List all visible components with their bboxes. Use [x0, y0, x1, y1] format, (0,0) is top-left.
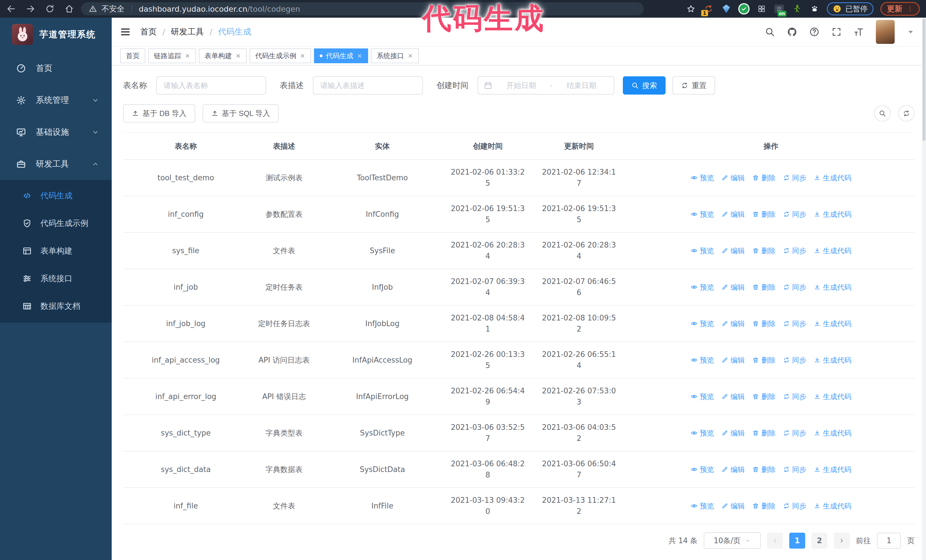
- prev-page-button[interactable]: [767, 533, 783, 549]
- edit-link[interactable]: 编辑: [722, 392, 745, 402]
- page-button-1[interactable]: 1: [789, 533, 805, 549]
- sync-link[interactable]: 同步: [783, 282, 806, 292]
- import-from-db-button[interactable]: 基于 DB 导入: [123, 104, 195, 122]
- tab-close-icon[interactable]: [235, 53, 241, 59]
- preview-link[interactable]: 预览: [691, 210, 714, 219]
- toggle-search-button[interactable]: [874, 105, 891, 122]
- edit-link[interactable]: 编辑: [722, 210, 745, 219]
- fullscreen-icon[interactable]: [831, 27, 842, 37]
- extension-icon-grid[interactable]: [756, 3, 767, 14]
- edit-link[interactable]: 编辑: [722, 282, 745, 292]
- address-bar[interactable]: 不安全 dashboard.yudao.iocoder.cn/tool/code…: [81, 2, 644, 15]
- page-button-2[interactable]: 2: [811, 533, 828, 549]
- scrollbar-thumb[interactable]: [923, 18, 925, 141]
- search-button[interactable]: 搜索: [623, 76, 666, 95]
- edit-link[interactable]: 编辑: [722, 501, 745, 511]
- delete-link[interactable]: 删除: [752, 282, 776, 292]
- extension-icon-walker[interactable]: [791, 3, 802, 14]
- table-desc-input[interactable]: [313, 76, 423, 95]
- sync-link[interactable]: 同步: [783, 392, 806, 402]
- extension-icon-orange[interactable]: 1: [703, 3, 714, 14]
- browser-menu-dots-icon[interactable]: [907, 6, 913, 12]
- delete-link[interactable]: 删除: [752, 173, 776, 183]
- sidebar-item-code-generation[interactable]: 代码生成: [0, 182, 112, 209]
- preview-link[interactable]: 预览: [691, 355, 714, 365]
- sidebar-item-system-management[interactable]: 系统管理: [0, 84, 112, 116]
- caret-down-icon[interactable]: [906, 28, 915, 36]
- preview-link[interactable]: 预览: [691, 246, 714, 255]
- breadcrumb-dev-tools[interactable]: 研发工具: [171, 26, 204, 38]
- generate-code-link[interactable]: 生成代码: [814, 465, 851, 474]
- preview-link[interactable]: 预览: [691, 429, 714, 438]
- sync-link[interactable]: 同步: [783, 210, 806, 219]
- goto-page-input[interactable]: [877, 533, 901, 549]
- generate-code-link[interactable]: 生成代码: [814, 282, 851, 292]
- preview-link[interactable]: 预览: [691, 173, 714, 183]
- delete-link[interactable]: 删除: [752, 319, 776, 328]
- browser-update-button[interactable]: 更新: [881, 2, 920, 16]
- end-date-placeholder[interactable]: 结束日期: [555, 81, 608, 91]
- generate-code-link[interactable]: 生成代码: [814, 355, 851, 365]
- sidebar-item-system-api[interactable]: 系统接口: [0, 265, 112, 292]
- generate-code-link[interactable]: 生成代码: [814, 429, 851, 438]
- tab-close-icon[interactable]: [407, 53, 413, 59]
- profile-paused-badge[interactable]: 已暂停: [827, 2, 873, 15]
- sync-link[interactable]: 同步: [783, 429, 806, 438]
- edit-link[interactable]: 编辑: [722, 246, 745, 255]
- sync-link[interactable]: 同步: [783, 246, 806, 255]
- generate-code-link[interactable]: 生成代码: [814, 246, 851, 255]
- preview-link[interactable]: 预览: [691, 282, 714, 292]
- tab-close-icon[interactable]: [300, 53, 306, 59]
- help-icon[interactable]: [809, 27, 819, 37]
- generate-code-link[interactable]: 生成代码: [814, 392, 851, 402]
- breadcrumb-home[interactable]: 首页: [140, 26, 157, 38]
- generate-code-link[interactable]: 生成代码: [814, 173, 851, 183]
- tab-system-api[interactable]: 系统接口: [371, 48, 419, 63]
- sidebar-item-code-generation-example[interactable]: 代码生成示例: [0, 209, 112, 237]
- tab-codegen-active[interactable]: 代码生成: [314, 48, 368, 63]
- github-icon[interactable]: [787, 27, 797, 37]
- edit-link[interactable]: 编辑: [722, 465, 745, 474]
- tab-close-icon[interactable]: [357, 53, 362, 59]
- tab-trace[interactable]: 链路追踪: [148, 48, 196, 63]
- sync-link[interactable]: 同步: [783, 173, 806, 183]
- refresh-table-button[interactable]: [898, 105, 915, 122]
- bookmark-star-icon[interactable]: [685, 3, 696, 14]
- preview-link[interactable]: 预览: [691, 465, 714, 474]
- sidebar-item-database-doc[interactable]: 数据库文档: [0, 292, 112, 320]
- generate-code-link[interactable]: 生成代码: [814, 210, 851, 219]
- delete-link[interactable]: 删除: [752, 246, 776, 255]
- delete-link[interactable]: 删除: [752, 392, 776, 402]
- extension-icon-gem[interactable]: [721, 3, 732, 14]
- sync-link[interactable]: 同步: [783, 501, 806, 511]
- edit-link[interactable]: 编辑: [722, 355, 745, 365]
- browser-forward-button[interactable]: [26, 4, 35, 14]
- edit-link[interactable]: 编辑: [722, 319, 745, 328]
- table-name-input[interactable]: [156, 76, 266, 95]
- generate-code-link[interactable]: 生成代码: [814, 501, 851, 511]
- tab-home[interactable]: 首页: [120, 48, 145, 63]
- delete-link[interactable]: 删除: [752, 465, 776, 474]
- delete-link[interactable]: 删除: [752, 210, 776, 219]
- browser-reload-button[interactable]: [45, 4, 55, 14]
- search-icon[interactable]: [765, 27, 775, 37]
- sync-link[interactable]: 同步: [783, 319, 806, 328]
- sync-link[interactable]: 同步: [783, 465, 806, 474]
- generate-code-link[interactable]: 生成代码: [814, 319, 851, 328]
- sidebar-item-home[interactable]: 首页: [0, 53, 112, 84]
- tab-codegen-example[interactable]: 代码生成示例: [250, 48, 311, 63]
- extension-icon-paw[interactable]: [809, 3, 820, 14]
- preview-link[interactable]: 预览: [691, 319, 714, 328]
- start-date-placeholder[interactable]: 开始日期: [495, 81, 548, 91]
- font-size-icon[interactable]: [853, 27, 864, 37]
- preview-link[interactable]: 预览: [691, 392, 714, 402]
- tab-close-icon[interactable]: [185, 53, 190, 59]
- app-logo-row[interactable]: 芋道管理系统: [0, 18, 112, 51]
- next-page-button[interactable]: [834, 533, 850, 549]
- edit-link[interactable]: 编辑: [722, 173, 745, 183]
- extension-icon-dark-on[interactable]: on: [774, 3, 785, 14]
- user-avatar[interactable]: [876, 20, 895, 44]
- delete-link[interactable]: 删除: [752, 501, 776, 511]
- page-scrollbar[interactable]: [922, 18, 926, 560]
- sidebar-item-infrastructure[interactable]: 基础设施: [0, 116, 112, 148]
